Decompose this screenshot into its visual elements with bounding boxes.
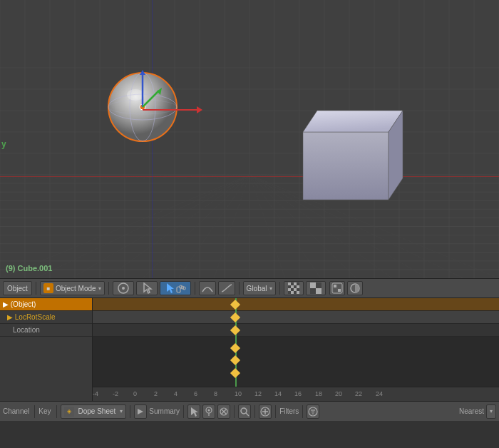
sep11 bbox=[254, 405, 255, 418]
channel-row-locrotscale[interactable]: ▶ LocRotScale bbox=[0, 311, 92, 324]
nearest-label: Nearest bbox=[459, 407, 484, 415]
tick-16: 16 bbox=[294, 387, 302, 401]
channel-list: ▶ (Object) ▶ LocRotScale Location bbox=[0, 298, 93, 404]
object-menu-btn[interactable]: Object bbox=[3, 281, 32, 295]
ease-tool-btn[interactable] bbox=[218, 281, 235, 295]
toolbar: Object ■ Object Mode ▾ bbox=[0, 278, 499, 298]
mode-icon: ■ bbox=[43, 283, 53, 293]
sep6 bbox=[34, 405, 35, 418]
channel-label: Channel bbox=[3, 407, 29, 415]
svg-rect-25 bbox=[338, 289, 341, 292]
sep7 bbox=[56, 405, 57, 418]
tick--2: -2 bbox=[113, 387, 118, 401]
tick-10: 10 bbox=[235, 387, 242, 401]
tick-18: 18 bbox=[315, 387, 322, 401]
ghost-btn[interactable] bbox=[217, 404, 230, 419]
sep12 bbox=[275, 405, 276, 418]
sep3 bbox=[195, 282, 195, 295]
svg-marker-27 bbox=[138, 409, 143, 414]
y-axis-label: y bbox=[1, 139, 6, 149]
mode-label: Object Mode bbox=[56, 285, 96, 292]
tick-12: 12 bbox=[254, 387, 262, 401]
svg-point-14 bbox=[122, 287, 125, 290]
sep4 bbox=[239, 282, 240, 295]
grid-overlay-btn[interactable] bbox=[284, 281, 304, 295]
sep1 bbox=[36, 282, 36, 295]
z-axis-line bbox=[152, 0, 153, 278]
svg-rect-23 bbox=[338, 285, 341, 287]
svg-line-36 bbox=[246, 413, 249, 416]
tick-4: 4 bbox=[174, 387, 178, 401]
grab-tool-btn[interactable] bbox=[160, 281, 191, 295]
transform-space-label: Global bbox=[247, 285, 267, 292]
summary-label: Summary bbox=[149, 407, 180, 415]
select-cursor-btn[interactable] bbox=[187, 404, 200, 419]
keyframe-4[interactable] bbox=[230, 343, 240, 353]
sep8 bbox=[130, 405, 130, 418]
curve-tool-btn[interactable] bbox=[199, 281, 216, 295]
viewport-3d[interactable]: y bbox=[0, 0, 499, 278]
channel-row-object[interactable]: ▶ (Object) bbox=[0, 298, 92, 311]
select-tool-btn[interactable] bbox=[136, 281, 158, 295]
sep2 bbox=[108, 282, 109, 295]
tick-8: 8 bbox=[214, 387, 217, 401]
grid-overlay-btn2[interactable] bbox=[306, 281, 326, 295]
svg-marker-28 bbox=[191, 407, 198, 417]
view-mode-label: Dope Sheet bbox=[78, 407, 116, 415]
keyframe-5[interactable] bbox=[230, 355, 240, 365]
transform-space-select[interactable]: Global ▾ bbox=[243, 281, 276, 295]
tick-22: 22 bbox=[355, 387, 362, 401]
viewport-shading-btn[interactable] bbox=[329, 281, 345, 295]
add-keyframe-btn[interactable] bbox=[259, 404, 272, 419]
tick--4: -4 bbox=[93, 387, 98, 401]
keyframe-6[interactable] bbox=[230, 368, 240, 378]
object-label: (9) Cube.001 bbox=[6, 264, 52, 273]
filter-icon-btn[interactable] bbox=[307, 404, 319, 419]
view-chevron: ▾ bbox=[120, 408, 123, 414]
key-label: Key bbox=[38, 407, 51, 415]
tick-24: 24 bbox=[376, 387, 383, 401]
summary-icon-btn[interactable] bbox=[134, 404, 147, 419]
filters-label: Filters bbox=[279, 407, 299, 415]
svg-rect-22 bbox=[334, 285, 336, 287]
grid-canvas bbox=[0, 0, 499, 278]
sep13 bbox=[302, 405, 303, 418]
tick-6: 6 bbox=[194, 387, 197, 401]
svg-marker-16 bbox=[167, 283, 174, 293]
object-menu-label: Object bbox=[7, 285, 28, 292]
nearest-chevron[interactable]: ▾ bbox=[486, 404, 496, 419]
sep9 bbox=[183, 405, 184, 418]
tick-20: 20 bbox=[335, 387, 342, 401]
tick-2: 2 bbox=[154, 387, 158, 401]
x-axis-line bbox=[0, 176, 499, 177]
svg-point-30 bbox=[208, 409, 210, 411]
svg-point-35 bbox=[241, 408, 247, 414]
search-btn[interactable] bbox=[238, 404, 251, 419]
transform-chevron: ▾ bbox=[269, 285, 272, 292]
pivot-sphere-btn[interactable] bbox=[113, 281, 134, 295]
marker-btn[interactable] bbox=[202, 404, 215, 419]
timeline-ruler: -4 -2 0 2 4 6 8 10 12 14 16 18 20 22 24 bbox=[93, 387, 499, 401]
dopesheet: ▶ (Object) ▶ LocRotScale Location 9 bbox=[0, 298, 499, 421]
viewport-shading2-btn[interactable] bbox=[347, 281, 363, 295]
sep5 bbox=[279, 282, 280, 295]
tick-14: 14 bbox=[274, 387, 282, 401]
bottom-bar: Channel Key ◈ Dope Sheet ▾ Summary bbox=[0, 401, 499, 421]
channel-row-location[interactable]: Location bbox=[0, 324, 92, 337]
mode-chevron: ▾ bbox=[98, 285, 101, 292]
view-mode-select[interactable]: ◈ Dope Sheet ▾ bbox=[61, 404, 127, 419]
svg-rect-20 bbox=[183, 287, 185, 290]
svg-rect-24 bbox=[334, 289, 336, 292]
tick-0: 0 bbox=[133, 387, 137, 401]
sep10 bbox=[234, 405, 235, 418]
svg-marker-15 bbox=[144, 283, 151, 293]
mode-select[interactable]: ■ Object Mode ▾ bbox=[40, 281, 105, 295]
